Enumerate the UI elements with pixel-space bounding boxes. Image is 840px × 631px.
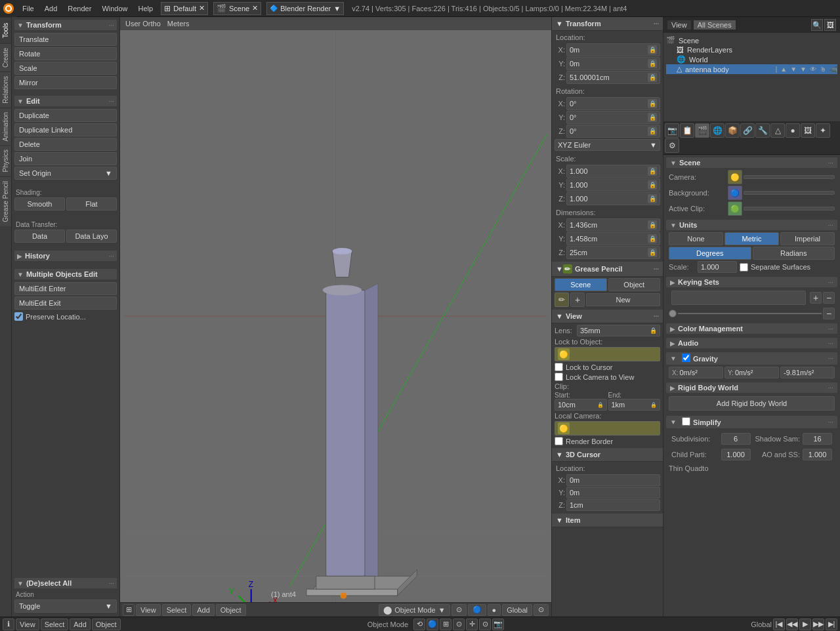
cursor-y-field[interactable]: 0m (566, 487, 660, 499)
vtab-physics[interactable]: Physics (0, 145, 11, 176)
duplicate-linked-btn[interactable]: Duplicate Linked (14, 123, 117, 136)
cursor-x-field[interactable]: 0m (566, 474, 660, 486)
scale-x-lock[interactable]: 🔒 (648, 167, 657, 176)
add-rigid-body-btn[interactable]: Add Rigid Body World (669, 396, 835, 411)
audio-section-header[interactable]: ▶ Audio ··· (666, 338, 837, 348)
gravity-section-header[interactable]: ▼ Gravity ··· (666, 352, 837, 365)
multiedit-exit-btn[interactable]: MultiEdit Exit (14, 296, 117, 310)
rotate-btn[interactable]: Rotate (14, 47, 117, 60)
prop-icon-object[interactable]: 📦 (725, 123, 740, 138)
multiple-objects-header[interactable]: ▼ Multiple Objects Edit (14, 269, 117, 279)
gp-scene-tab[interactable]: Scene (555, 278, 607, 291)
transform-orient-btn[interactable]: ⊞ (440, 619, 452, 630)
multiedit-enter-btn[interactable]: MultiEdit Enter (14, 282, 117, 295)
simplify-section-header[interactable]: ▼ Simplify ··· (666, 416, 837, 428)
prop-icon-constraints[interactable]: 🔗 (740, 123, 755, 138)
toggle-action-dropdown[interactable]: Toggle ▼ (14, 600, 117, 613)
render-border-checkbox[interactable] (555, 437, 563, 445)
dim-z-lock[interactable]: 🔒 (648, 248, 657, 257)
camera-field[interactable] (744, 175, 835, 179)
bottom-select-btn[interactable]: Select (41, 619, 69, 630)
timeline-play-btn[interactable]: ▶ (799, 619, 811, 630)
location-y-field[interactable]: 0m 🔒 (566, 57, 660, 70)
data-layo-btn[interactable]: Data Layo (66, 230, 117, 243)
imperial-btn[interactable]: Imperial (780, 232, 835, 245)
rotation-z-lock[interactable]: 🔒 (648, 127, 657, 136)
scenes-tab[interactable]: All Scenes (694, 20, 736, 30)
join-btn[interactable]: Join (14, 152, 117, 165)
tree-icon-render[interactable]: 🖼 (824, 19, 836, 31)
metric-btn[interactable]: Metric (724, 232, 779, 245)
camera-icon-field[interactable]: 🟡 (728, 170, 742, 184)
lock-cursor-checkbox[interactable] (555, 363, 563, 371)
prop-icon-layers[interactable]: 📋 (680, 123, 694, 138)
gp-draw-btn[interactable]: ✏ (555, 293, 569, 307)
viewport-scene[interactable]: X Z Y (120, 30, 551, 602)
scene-selector[interactable]: 🎬 Scene ✕ (213, 2, 261, 15)
lens-field[interactable]: 35mm 🔒 (577, 325, 660, 336)
prop-icon-scene[interactable]: 🎬 (695, 123, 709, 138)
viewport[interactable]: User Ortho Meters (120, 17, 551, 617)
smooth-btn[interactable]: Smooth (14, 197, 65, 211)
simplify-checkbox[interactable] (682, 417, 690, 426)
child-parti-field[interactable]: 1.000 (721, 449, 751, 460)
location-z-lock[interactable]: 🔒 (648, 73, 657, 82)
scale-btn[interactable]: Scale (14, 62, 117, 75)
mode-selector[interactable]: ⬤ Object Mode ▼ (379, 604, 450, 616)
bottom-object-btn[interactable]: Object (92, 619, 121, 630)
lens-lock[interactable]: 🔒 (650, 327, 657, 334)
workspace-selector[interactable]: ⊞ Default ✕ (161, 2, 208, 15)
delete-btn[interactable]: Delete (14, 138, 117, 151)
rotation-x-lock[interactable]: 🔒 (648, 99, 657, 108)
proportional-btn[interactable]: ⊙ (534, 604, 549, 616)
menu-help[interactable]: Help (133, 0, 159, 16)
scale-z-field[interactable]: 1.000 🔒 (566, 192, 660, 205)
active-clip-icon-field[interactable]: 🟢 (728, 201, 742, 216)
bottom-info-icon[interactable]: ℹ (3, 619, 14, 630)
cursor-z-field[interactable]: 1cm (566, 499, 660, 511)
prop-icon-modifiers[interactable]: 🔧 (755, 123, 770, 138)
timeline-next-btn[interactable]: ▶▶ (812, 619, 824, 630)
gravity-y-field[interactable]: Y: 0m/s² (724, 367, 779, 378)
location-x-lock[interactable]: 🔒 (648, 45, 657, 54)
vtab-create[interactable]: Create (0, 43, 11, 71)
render-engine-selector[interactable]: 🔷 Blender Render ▼ (266, 2, 344, 15)
deselect-panel-header[interactable]: ▼ (De)select All ··· (14, 578, 117, 588)
scale-z-lock[interactable]: 🔒 (648, 194, 657, 203)
gravity-x-field[interactable]: X: 0m/s² (669, 367, 723, 378)
snap-btn[interactable]: 🔵 (468, 604, 486, 616)
viewport-icon[interactable]: ⊞ (123, 604, 135, 616)
clip-end-lock[interactable]: 🔒 (650, 402, 657, 408)
history-panel-header[interactable]: ▶ History ··· (14, 251, 117, 261)
units-scale-field[interactable]: 1.000 (698, 261, 737, 273)
filter-btn[interactable]: 🔍 (811, 19, 823, 31)
prop-icon-physics[interactable]: ⚙ (665, 138, 679, 153)
render-preview-btn[interactable]: 📷 (492, 619, 504, 630)
rotation-x-field[interactable]: 0° 🔒 (566, 97, 660, 110)
keying-add-btn[interactable]: + (810, 292, 822, 304)
transform-panel-header[interactable]: ▼ Transform ··· (14, 20, 117, 30)
snap-magnet-btn[interactable]: 🔵 (427, 619, 438, 630)
timeline-end-btn[interactable]: ▶| (826, 619, 837, 630)
dim-z-field[interactable]: 25cm 🔒 (566, 246, 660, 259)
rigid-body-header[interactable]: ▶ Rigid Body World ··· (666, 382, 837, 393)
bottom-view-btn[interactable]: View (16, 619, 39, 630)
item-header[interactable]: ▼ Item (552, 514, 663, 527)
gp-new-btn[interactable]: New (586, 293, 660, 306)
rotation-z-field[interactable]: 0° 🔒 (566, 125, 660, 138)
lock-object-field[interactable]: 🟡 (555, 347, 660, 361)
tree-item-scene[interactable]: 🎬 Scene (666, 35, 837, 45)
duplicate-btn[interactable]: Duplicate (14, 109, 117, 122)
location-y-lock[interactable]: 🔒 (648, 59, 657, 68)
clip-start-field[interactable]: 10cm 🔒 (555, 399, 607, 411)
dim-x-lock[interactable]: 🔒 (648, 220, 657, 230)
rotation-y-lock[interactable]: 🔒 (648, 113, 657, 122)
prop-icon-data[interactable]: △ (770, 123, 785, 138)
prop-icon-texture[interactable]: 🖼 (801, 123, 815, 138)
view-section-header[interactable]: ▼ View ··· (552, 310, 663, 323)
grease-pencil-header[interactable]: ▼ ✏ Grease Pencil ··· (552, 262, 663, 277)
ao-ss-field[interactable]: 1.000 (803, 449, 832, 460)
vtab-tools[interactable]: Tools (0, 17, 11, 43)
cursor-3d-header[interactable]: ▼ 3D Cursor (552, 448, 663, 462)
tree-item-renderlayers[interactable]: 🖼 RenderLayers (666, 45, 837, 54)
